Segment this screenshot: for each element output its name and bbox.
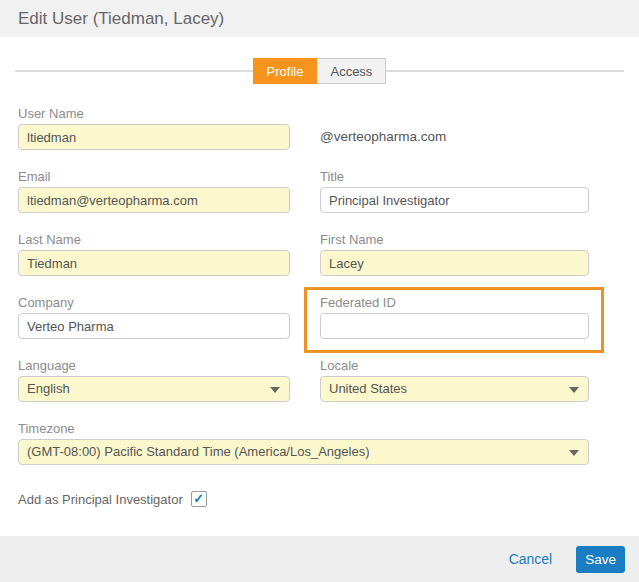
dialog-title: Edit User (Tiedman, Lacey): [0, 0, 639, 37]
locale-select[interactable]: United States: [320, 376, 589, 402]
chevron-down-icon: [270, 387, 280, 393]
email-label: Email: [18, 169, 290, 184]
user-name-label: User Name: [18, 106, 290, 121]
federated-id-label: Federated ID: [320, 295, 589, 310]
field-last-name: Last Name: [18, 232, 290, 276]
field-company: Company: [18, 295, 290, 339]
timezone-label: Timezone: [18, 421, 589, 436]
language-label: Language: [18, 358, 290, 373]
title-input[interactable]: [320, 187, 589, 213]
field-locale: Locale United States: [320, 358, 589, 402]
row-names: Last Name First Name: [18, 232, 589, 276]
field-email: Email: [18, 169, 290, 213]
profile-form: User Name @verteopharma.com Email Title …: [0, 84, 639, 507]
tabs-band: Profile Access: [0, 58, 639, 84]
user-name-input[interactable]: [18, 124, 290, 150]
cancel-button[interactable]: Cancel: [509, 551, 553, 567]
language-select[interactable]: English: [18, 376, 290, 402]
email-domain-suffix: @verteopharma.com: [320, 124, 589, 150]
language-selected-value: English: [27, 381, 70, 396]
last-name-input[interactable]: [18, 250, 290, 276]
first-name-input[interactable]: [320, 250, 589, 276]
row-company-federated: Company Federated ID: [18, 295, 589, 339]
field-first-name: First Name: [320, 232, 589, 276]
title-label: Title: [320, 169, 589, 184]
chevron-down-icon: [569, 387, 579, 393]
company-label: Company: [18, 295, 290, 310]
timezone-selected-value: (GMT-08:00) Pacific Standard Time (Ameri…: [27, 444, 369, 459]
tab-profile[interactable]: Profile: [253, 58, 318, 84]
row-language-locale: Language English Locale United States: [18, 358, 589, 402]
row-add-as-pi: Add as Principal Investigator ✓: [18, 491, 589, 507]
row-timezone: Timezone (GMT-08:00) Pacific Standard Ti…: [18, 421, 589, 465]
federated-id-highlight-box: Federated ID: [304, 287, 604, 353]
email-input[interactable]: [18, 187, 290, 213]
field-federated-id: Federated ID: [320, 295, 589, 339]
locale-label: Locale: [320, 358, 589, 373]
row-username: User Name @verteopharma.com: [18, 106, 589, 150]
row-email-title: Email Title: [18, 169, 589, 213]
field-language: Language English: [18, 358, 290, 402]
last-name-label: Last Name: [18, 232, 290, 247]
save-button[interactable]: Save: [576, 546, 625, 573]
field-title: Title: [320, 169, 589, 213]
first-name-label: First Name: [320, 232, 589, 247]
timezone-select[interactable]: (GMT-08:00) Pacific Standard Time (Ameri…: [18, 439, 589, 465]
tab-bar: Profile Access: [0, 58, 639, 84]
federated-id-input[interactable]: [320, 313, 589, 339]
company-input[interactable]: [18, 313, 290, 339]
dialog-footer: Cancel Save: [0, 536, 639, 582]
field-timezone: Timezone (GMT-08:00) Pacific Standard Ti…: [18, 421, 589, 465]
edit-user-dialog: Edit User (Tiedman, Lacey) Profile Acces…: [0, 0, 639, 582]
chevron-down-icon: [569, 450, 579, 456]
username-domain-cell: @verteopharma.com: [320, 106, 589, 150]
field-user-name: User Name: [18, 106, 290, 150]
locale-selected-value: United States: [329, 381, 407, 396]
add-as-pi-label: Add as Principal Investigator: [18, 492, 183, 507]
add-as-pi-checkbox[interactable]: ✓: [191, 491, 207, 507]
tab-access[interactable]: Access: [317, 58, 386, 84]
